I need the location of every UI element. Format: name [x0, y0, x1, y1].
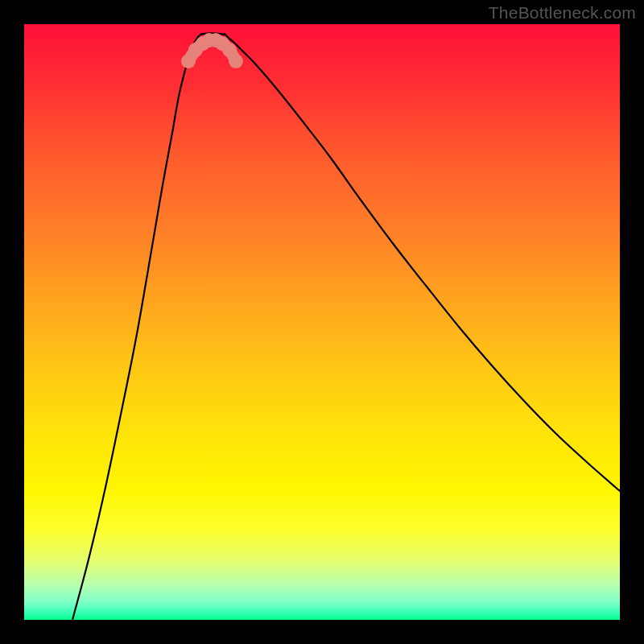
curve-layer: [24, 24, 620, 620]
chart-frame: TheBottleneck.com: [0, 0, 644, 644]
watermark-text: TheBottleneck.com: [489, 3, 636, 23]
bottom-u-dots: [181, 33, 243, 68]
marker-dot: [229, 54, 243, 68]
bottleneck-curve: [72, 33, 620, 620]
plot-area: [24, 24, 620, 620]
